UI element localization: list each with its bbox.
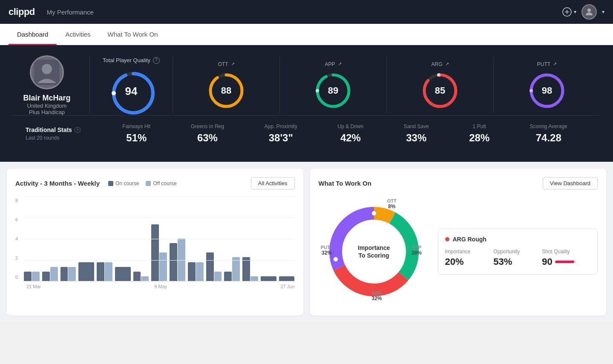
importance-value: 20% [445,256,494,267]
legend-offcourse-dot [146,181,151,186]
stat-block-ott: OTT ↗ 88 [173,57,279,114]
svg-point-3 [587,9,591,12]
shot-quality-value: 90 [542,256,552,267]
header-left: clippd My Performance [9,6,94,17]
activity-card: Activity - 3 Months - Weekly On course O… [7,169,303,315]
bar-group-7 [151,224,167,281]
work-content: Importance To Scoring OTT 8% APP 28% ARG… [319,196,598,307]
app-pct-label: APP 28% [412,245,422,256]
bar-oncourse-12 [242,257,250,281]
bar-oncourse-0 [24,272,32,281]
donut-chart-wrapper: Importance To Scoring OTT 8% APP 28% ARG… [319,196,429,307]
scoring-value: 74.28 [536,132,561,144]
bar-group-12 [242,257,258,281]
header-right: ▾ ▾ [562,4,604,20]
fairways-value: 51% [126,132,147,144]
bars-container [24,196,295,281]
donut-label-scoring: To Scoring [358,252,390,259]
app-arrow: ↗ [338,61,342,67]
bar-offcourse-6 [141,276,149,281]
bar-oncourse-8 [170,243,177,281]
chart-header-left: Activity - 3 Months - Weekly On course O… [15,180,177,187]
ott-label: OTT ↗ [218,61,235,67]
tpq-help-icon[interactable]: ? [153,57,160,64]
bar-oncourse-5 [115,267,131,281]
trad-item-scoring: Scoring Average 74.28 [530,123,567,144]
x-label-2: 9 May [154,284,167,289]
bar-group-10 [206,252,222,281]
player-handicap: Plus Handicap [29,109,65,115]
svg-point-25 [372,211,376,215]
bar-group-6 [133,272,149,281]
bar-oncourse-2 [60,267,68,281]
shot-quality-bar: 90 [542,256,590,267]
trad-item-greens: Greens In Reg 63% [191,123,224,144]
header: clippd My Performance ▾ ▾ [0,0,613,24]
tab-what-to-work-on[interactable]: What To Work On [99,24,167,45]
arg-circle: 85 [421,72,459,110]
all-activities-button[interactable]: All Activities [251,177,295,189]
trad-sublabel: Last 20 rounds [26,135,102,141]
putt-label: PUTT ↗ [537,61,557,67]
work-title: What To Work On [319,180,371,187]
x-label-3: 27 Jun [280,284,294,289]
tpq-value: 94 [125,84,138,97]
activity-card-header: Activity - 3 Months - Weekly On course O… [15,177,295,189]
updown-label: Up & Down [338,123,364,129]
bar-oncourse-6 [133,272,141,281]
add-dropdown-arrow: ▾ [574,9,576,15]
tab-dashboard[interactable]: Dashboard [9,24,57,45]
bar-offcourse-12 [250,276,258,281]
donut-label-importance: Importance [358,244,390,252]
hero-top: Blair McHarg United Kingdom Plus Handica… [13,55,600,115]
shot-quality-label: Shot Quality [542,249,590,255]
legend-oncourse-dot [108,181,113,186]
user-avatar[interactable] [581,4,597,20]
tpq-label: Total Player Quality ? [103,57,160,64]
stat-block-arg: ARG ↗ 85 [386,57,493,114]
info-dot-indicator [445,237,449,241]
arg-label: ARG ↗ [431,61,449,67]
view-dashboard-button[interactable]: View Dashboard [543,177,598,189]
player-avatar [30,55,64,89]
trad-item-updown: Up & Down 42% [338,123,364,144]
player-info: Blair McHarg United Kingdom Plus Handica… [13,55,89,115]
putt-circle: 98 [528,72,566,110]
work-on-card: What To Work On View Dashboard [310,169,607,315]
tpq-circle: 94 [110,70,153,112]
hero-section: Blair McHarg United Kingdom Plus Handica… [0,45,613,162]
player-country: United Kingdom [27,103,67,109]
bar-group-3 [78,262,94,281]
greens-label: Greens In Reg [191,123,224,129]
importance-label: Importance [445,249,494,255]
opportunity-value: 53% [493,256,542,267]
metric-opportunity: Opportunity 53% [493,249,542,267]
bar-offcourse-8 [178,238,185,281]
y-2: 2 [15,255,21,261]
greens-value: 63% [197,132,218,144]
ott-arrow: ↗ [231,61,235,67]
ott-value: 88 [221,85,231,96]
trad-help-icon[interactable]: ? [75,127,81,133]
legend-oncourse: On course [108,181,139,186]
stat-block-putt: PUTT ↗ 98 [493,57,600,114]
trad-items: Fairways Hit 51% Greens In Reg 63% App. … [102,123,587,144]
trad-item-1putt: 1 Putt 28% [469,123,489,144]
tpq-block: Total Player Quality ? 94 [90,57,173,114]
work-on-info-card: ARG Rough Importance 20% Opportunity 53%… [438,229,598,275]
add-icon[interactable]: ▾ [562,7,576,17]
bar-group-1 [42,267,58,281]
donut-center-label: Importance To Scoring [358,244,390,259]
svg-point-26 [410,257,414,261]
tab-activities[interactable]: Activities [57,24,99,45]
bar-group-9 [188,262,204,281]
sq-bar-fill [555,261,574,263]
bar-group-2 [60,267,76,281]
y-axis: 0 2 4 6 8 [15,196,24,281]
bar-oncourse-4 [97,262,104,281]
opportunity-label: Opportunity [493,249,542,255]
bar-offcourse-4 [105,262,112,281]
y-0: 0 [15,275,21,280]
info-metrics: Importance 20% Opportunity 53% Shot Qual… [445,249,591,267]
info-card-title: ARG Rough [445,236,591,243]
